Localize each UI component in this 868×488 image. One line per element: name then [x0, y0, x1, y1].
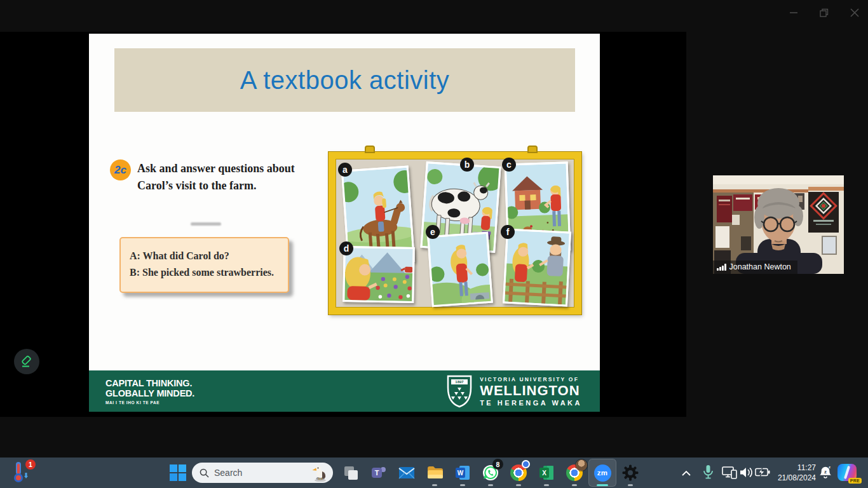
photo-girl-talking-to-farmer — [503, 228, 571, 306]
search-input[interactable] — [214, 468, 297, 478]
zoom-meeting-window: A textbook activity 2c Ask and answer qu… — [0, 0, 868, 488]
university-line-1: VICTORIA UNIVERSITY OF — [480, 376, 582, 383]
example-dialog-box: A: What did Carol do? B: She picked some… — [119, 237, 289, 293]
svg-text:T: T — [375, 469, 379, 477]
minimize-button[interactable] — [784, 5, 803, 20]
participant-webcam-view — [713, 175, 844, 274]
task-view-button[interactable] — [337, 459, 365, 487]
photo-label-f: f — [501, 225, 515, 239]
pencil-icon — [20, 355, 34, 369]
activity-number-badge: 2c — [110, 159, 131, 180]
svg-text:z: z — [824, 469, 827, 475]
photo-label-b: b — [460, 158, 474, 172]
annotate-button[interactable] — [14, 349, 39, 374]
university-line-2: WELLINGTON — [480, 383, 582, 398]
walking-illustration — [429, 234, 491, 305]
running-indicator — [544, 484, 549, 486]
activity-instruction: Ask and answer questions about Carol’s v… — [137, 160, 347, 194]
svg-text:W: W — [458, 470, 464, 477]
windows-logo-icon — [169, 464, 187, 482]
slide-title: A textbook activity — [240, 66, 450, 95]
university-wordmark: VICTORIA UNIVERSITY OF WELLINGTON TE HER… — [480, 376, 582, 407]
running-indicator — [572, 484, 577, 486]
scan-smudge — [191, 222, 221, 226]
search-highlight-bird-icon — [312, 464, 329, 482]
taskbar-app-chrome[interactable] — [505, 459, 532, 487]
running-indicator — [488, 484, 493, 486]
tray-cast-display[interactable] — [722, 466, 737, 482]
frame-hanger-right — [527, 146, 538, 153]
participant-name: Jonathan Newton — [729, 262, 791, 271]
taskbar-weather-widget[interactable]: 1 — [10, 461, 33, 485]
chevron-up-icon — [681, 470, 691, 477]
active-running-indicator — [597, 484, 608, 486]
taskbar-app-zoom[interactable]: zm — [588, 459, 616, 487]
taskbar-app-word[interactable]: W — [449, 459, 477, 487]
close-icon — [850, 8, 859, 17]
chrome-profile-badge — [522, 460, 530, 468]
minimize-icon — [789, 8, 798, 17]
university-logo: 1897 VICTORIA UNIVERSITY OF WELLINGTON T… — [447, 375, 582, 408]
participant-video-tile[interactable]: Jonathan Newton — [713, 175, 844, 274]
tagline-line-2: GLOBALLY MINDED. — [105, 388, 194, 398]
photo-label-e: e — [426, 225, 440, 239]
clock-time: 11:27 — [765, 463, 816, 473]
tray-volume[interactable] — [740, 466, 754, 481]
tray-overflow-chevron[interactable] — [681, 468, 691, 480]
display-phone-icon — [722, 466, 737, 480]
running-indicator — [432, 484, 437, 486]
restore-icon — [820, 8, 829, 17]
taskbar-app-file-explorer[interactable] — [421, 459, 449, 487]
tray-notifications[interactable]: z z — [819, 464, 832, 483]
start-button[interactable] — [169, 464, 187, 482]
task-view-icon — [343, 465, 359, 481]
mail-icon — [398, 464, 415, 481]
taskbar-app-whatsapp[interactable]: 8 — [477, 459, 505, 487]
word-icon: W — [454, 464, 471, 481]
taskbar-app-chrome-profile2[interactable] — [560, 459, 588, 487]
bell-dnd-icon: z z — [819, 464, 832, 480]
participant-name-tag: Jonathan Newton — [713, 261, 797, 274]
speaker-icon — [740, 466, 754, 478]
svg-text:z: z — [829, 465, 831, 469]
photo-label-d: d — [339, 241, 353, 255]
taskbar-app-mail[interactable] — [393, 459, 421, 487]
taskbar-app-excel[interactable]: X — [532, 459, 560, 487]
dialog-line-b: B: She picked some strawberries. — [130, 264, 288, 281]
tagline-line-1: CAPITAL THINKING. — [105, 378, 194, 388]
audio-signal-icon — [717, 264, 726, 271]
instruction-line-1: Ask and answer questions about — [137, 160, 347, 177]
dialog-line-a: A: What did Carol do? — [130, 248, 288, 264]
shield-year: 1897 — [455, 380, 464, 384]
copilot-button[interactable]: PRE — [837, 464, 857, 481]
teams-icon: T — [370, 464, 387, 481]
folder-icon — [426, 464, 444, 481]
farmer-talk-illustration — [505, 231, 569, 305]
tray-microphone[interactable] — [703, 464, 714, 483]
running-indicator — [460, 484, 465, 486]
excel-icon: X — [538, 464, 555, 481]
taskbar-app-teams[interactable]: T — [365, 459, 393, 487]
running-indicator — [516, 484, 521, 486]
settings-gear-icon — [622, 464, 639, 481]
clock-date: 21/08/2024 — [765, 473, 816, 483]
slide-footer: CAPITAL THINKING. GLOBALLY MINDED. MAI I… — [89, 370, 600, 412]
close-button[interactable] — [845, 5, 864, 20]
search-icon — [200, 468, 209, 478]
window-controls — [784, 5, 864, 20]
restore-button[interactable] — [815, 5, 834, 20]
flower-picking-illustration — [344, 248, 412, 301]
frame-hanger-left — [365, 146, 375, 153]
tagline-line-3: MAI I TE IHO KI TE PAE — [105, 400, 194, 405]
photo-girl-walking — [427, 232, 493, 307]
tray-clock[interactable]: 11:27 21/08/2024 — [765, 463, 816, 483]
chrome-avatar-badge — [576, 459, 587, 471]
taskbar-search[interactable] — [192, 463, 333, 483]
taskbar-app-settings[interactable] — [616, 459, 644, 487]
photo-girl-picking-flowers — [342, 246, 415, 303]
photo-label-a: a — [338, 163, 352, 177]
instruction-line-2: Carol’s visit to the farm. — [137, 177, 347, 194]
university-shield-icon: 1897 — [447, 375, 472, 408]
picture-frame: a b c d e f — [329, 152, 581, 315]
windows-taskbar: 1 — [0, 458, 868, 488]
